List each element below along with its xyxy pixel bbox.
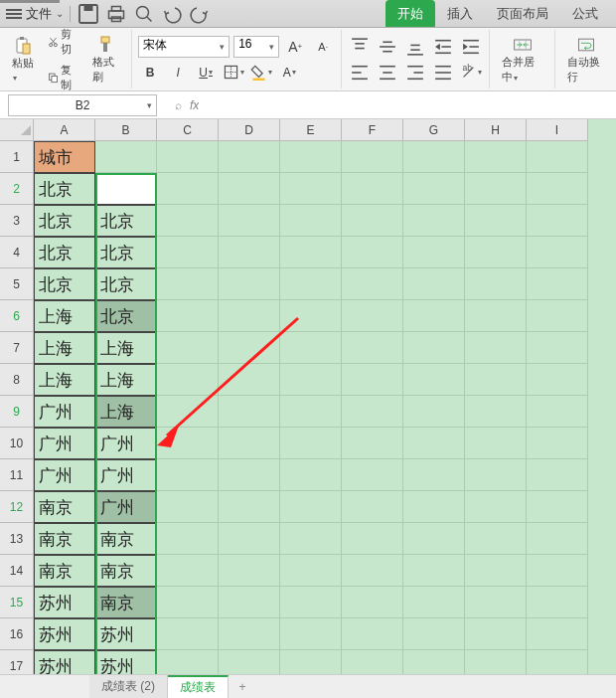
tab-formula[interactable]: 公式 — [560, 0, 610, 27]
cell-C16[interactable] — [157, 618, 219, 650]
cell-C15[interactable] — [157, 587, 219, 618]
redo-icon[interactable] — [188, 2, 212, 26]
cell-F15[interactable] — [342, 587, 403, 618]
cell-D5[interactable] — [219, 268, 280, 300]
cell-E12[interactable] — [280, 491, 342, 523]
cell-D9[interactable] — [219, 396, 280, 428]
col-header-H[interactable]: H — [465, 119, 527, 141]
font-color-icon[interactable]: A▾ — [277, 62, 301, 84]
cells-area[interactable]: 城市北京北京北京北京北京北京北京上海北京上海上海上海上海广州上海广州广州广州广州… — [34, 141, 616, 674]
col-header-A[interactable]: A — [34, 119, 95, 141]
cell-D11[interactable] — [219, 459, 280, 491]
align-justify-icon[interactable] — [431, 62, 455, 84]
cell-G8[interactable] — [403, 364, 465, 396]
preview-icon[interactable] — [132, 2, 156, 26]
cell-C11[interactable] — [157, 459, 219, 491]
cell-C6[interactable] — [157, 300, 219, 332]
cell-H1[interactable] — [465, 141, 527, 173]
cell-I8[interactable] — [527, 364, 588, 396]
cell-F3[interactable] — [342, 205, 403, 237]
cell-I3[interactable] — [527, 205, 588, 237]
orientation-icon[interactable]: ab▾ — [459, 62, 483, 84]
cell-D14[interactable] — [219, 555, 280, 587]
cell-H11[interactable] — [465, 459, 527, 491]
decrease-font-icon[interactable]: A- — [311, 36, 335, 58]
cell-E6[interactable] — [280, 300, 342, 332]
align-left-icon[interactable] — [348, 62, 372, 84]
cell-A5[interactable]: 北京 — [34, 268, 95, 300]
cell-H6[interactable] — [465, 300, 527, 332]
tab-layout[interactable]: 页面布局 — [485, 0, 560, 27]
file-menu[interactable]: 文件 — [26, 5, 52, 23]
cell-A4[interactable]: 北京 — [34, 237, 95, 268]
row-header-12[interactable]: 12 — [0, 491, 34, 523]
paste-button[interactable]: 粘贴▾ — [6, 34, 40, 85]
cell-B10[interactable]: 广州 — [95, 428, 157, 459]
cell-C3[interactable] — [157, 205, 219, 237]
cell-I13[interactable] — [527, 523, 588, 555]
cell-A2[interactable]: 北京 — [34, 173, 95, 205]
cell-I16[interactable] — [527, 618, 588, 650]
cell-F8[interactable] — [342, 364, 403, 396]
cell-F1[interactable] — [342, 141, 403, 173]
cell-D13[interactable] — [219, 523, 280, 555]
cell-A12[interactable]: 南京 — [34, 491, 95, 523]
cell-H17[interactable] — [465, 650, 527, 674]
fill-color-icon[interactable]: ▾ — [249, 62, 273, 84]
cell-C10[interactable] — [157, 428, 219, 459]
row-header-1[interactable]: 1 — [0, 141, 34, 173]
merge-center-button[interactable]: 合并居中▾ — [496, 33, 548, 87]
cell-F9[interactable] — [342, 396, 403, 428]
cell-F11[interactable] — [342, 459, 403, 491]
row-header-2[interactable]: 2 — [0, 173, 34, 205]
cell-G15[interactable] — [403, 587, 465, 618]
cell-D17[interactable] — [219, 650, 280, 674]
cell-I10[interactable] — [527, 428, 588, 459]
border-icon[interactable]: ▾ — [222, 62, 245, 84]
cell-I5[interactable] — [527, 268, 588, 300]
cell-F2[interactable] — [342, 173, 403, 205]
add-sheet-button[interactable]: + — [229, 680, 256, 694]
cell-B14[interactable]: 南京 — [95, 555, 157, 587]
cell-H3[interactable] — [465, 205, 527, 237]
cell-G14[interactable] — [403, 555, 465, 587]
cell-B3[interactable]: 北京 — [95, 205, 157, 237]
cell-G3[interactable] — [403, 205, 465, 237]
cell-E3[interactable] — [280, 205, 342, 237]
cell-E4[interactable] — [280, 237, 342, 268]
name-box[interactable]: B2▾ — [8, 94, 157, 116]
cell-H14[interactable] — [465, 555, 527, 587]
cell-C8[interactable] — [157, 364, 219, 396]
align-bottom-icon[interactable] — [403, 36, 427, 58]
row-header-16[interactable]: 16 — [0, 618, 34, 650]
cell-I6[interactable] — [527, 300, 588, 332]
cell-E7[interactable] — [280, 332, 342, 364]
col-header-F[interactable]: F — [342, 119, 403, 141]
cell-H7[interactable] — [465, 332, 527, 364]
row-header-11[interactable]: 11 — [0, 459, 34, 491]
underline-icon[interactable]: U▾ — [194, 62, 218, 84]
cell-A9[interactable]: 广州 — [34, 396, 95, 428]
cell-H12[interactable] — [465, 491, 527, 523]
cell-H10[interactable] — [465, 428, 527, 459]
row-header-7[interactable]: 7 — [0, 332, 34, 364]
cell-E17[interactable] — [280, 650, 342, 674]
cell-C9[interactable] — [157, 396, 219, 428]
align-top-icon[interactable] — [348, 36, 372, 58]
col-header-E[interactable]: E — [280, 119, 342, 141]
cell-I17[interactable] — [527, 650, 588, 674]
row-header-6[interactable]: 6 — [0, 300, 34, 332]
cell-I7[interactable] — [527, 332, 588, 364]
cell-D6[interactable] — [219, 300, 280, 332]
row-header-10[interactable]: 10 — [0, 428, 34, 459]
cell-I2[interactable] — [527, 173, 588, 205]
save-icon[interactable] — [77, 2, 100, 26]
cell-F6[interactable] — [342, 300, 403, 332]
cell-G1[interactable] — [403, 141, 465, 173]
cell-D16[interactable] — [219, 618, 280, 650]
cell-B1[interactable] — [95, 141, 157, 173]
cell-G17[interactable] — [403, 650, 465, 674]
cell-E5[interactable] — [280, 268, 342, 300]
cell-D12[interactable] — [219, 491, 280, 523]
cell-G13[interactable] — [403, 523, 465, 555]
